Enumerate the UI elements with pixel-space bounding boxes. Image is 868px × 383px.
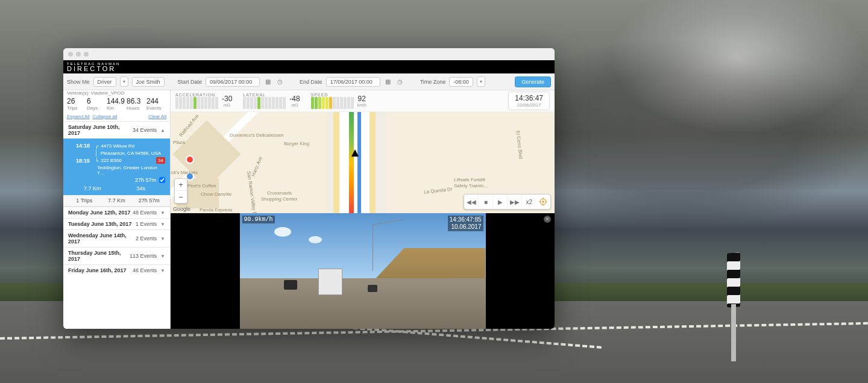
dashcam-panel: 90.9km/h 14:36:47:85 10.06.2017 ✕ bbox=[171, 213, 555, 329]
trip-header[interactable]: Tuesday June 13th, 20171 Events▼ bbox=[63, 218, 170, 229]
trip-duration: 27h 57m bbox=[135, 177, 156, 183]
clock-icon[interactable]: ◷ bbox=[396, 78, 404, 86]
generate-button[interactable]: Generate bbox=[515, 76, 551, 87]
gauge-speed: SPEED 92km/h bbox=[311, 93, 366, 109]
road-post bbox=[726, 253, 741, 361]
trip-header[interactable]: Monday June 12th, 201748 Events▼ bbox=[63, 207, 170, 218]
timezone-label: Time Zone bbox=[420, 79, 446, 85]
driver-caret[interactable]: ▾ bbox=[120, 76, 128, 87]
driver-name-select[interactable]: Joe Smith bbox=[132, 77, 165, 87]
subfoot-dur: 27h 57m bbox=[133, 198, 165, 204]
playback-speed[interactable]: x2 bbox=[522, 199, 536, 205]
show-me-label: Show Me bbox=[67, 79, 90, 85]
playback-clock: 14:36:47 10/06/2017 bbox=[508, 92, 550, 110]
gauge-lateral: LATERAL -48mG bbox=[243, 93, 300, 109]
subfoot-trips: 1 Trips bbox=[68, 198, 101, 204]
filter-bar: Show Me Driver ▾ Joe Smith Start Date 09… bbox=[63, 73, 555, 90]
event-marker-icon[interactable] bbox=[186, 155, 194, 164]
trip-header[interactable]: Wednesday June 14th, 20172 Events▼ bbox=[63, 229, 170, 247]
rewind-button[interactable]: ◀◀ bbox=[464, 195, 479, 209]
zoom-out-button[interactable]: − bbox=[175, 191, 187, 203]
map-poi-label: Liftsafe Forklift bbox=[454, 177, 485, 182]
brand-bar: TELETRAC NAVMAN DIRECTOR bbox=[63, 60, 555, 73]
start-date-label: Start Date bbox=[178, 79, 203, 85]
recenter-button[interactable] bbox=[536, 195, 550, 209]
brand-bottom: DIRECTOR bbox=[67, 66, 555, 72]
driver-select[interactable]: Driver bbox=[93, 77, 116, 87]
clock-date: 10/06/2017 bbox=[515, 102, 543, 108]
clock-icon[interactable]: ◷ bbox=[275, 78, 284, 86]
chevron-down-icon: ▼ bbox=[160, 254, 165, 259]
map-view[interactable]: Plaza rdi's Markets Peet's Coffee Chow D… bbox=[171, 112, 555, 213]
gauge-strip: ACCELERATION -30mG LATERAL -48mG SPEED bbox=[171, 90, 555, 112]
end-date-input[interactable]: 17/06/2017 00:00 bbox=[326, 77, 380, 87]
playback-controls: ◀◀ ■ ▶ ▶▶ x2 bbox=[464, 194, 551, 210]
trip-subfooter: 1 Trips 7.7 Km 27h 57m bbox=[63, 195, 170, 207]
chevron-down-icon: ▼ bbox=[160, 268, 165, 273]
video-speed-overlay: 90.9km/h bbox=[242, 216, 275, 223]
window-minimize-button[interactable] bbox=[76, 52, 81, 57]
trip-end-time: 18:15 bbox=[68, 158, 90, 164]
map-poi-label: Crossroads bbox=[267, 190, 292, 196]
trip-start-time: 14:18 bbox=[68, 143, 90, 149]
map-poi-label: Plaza bbox=[173, 140, 185, 145]
timezone-caret[interactable]: ▾ bbox=[477, 76, 485, 87]
fast-forward-button[interactable]: ▶▶ bbox=[508, 195, 522, 209]
stat-hours-value: 86.3 bbox=[127, 97, 146, 105]
calendar-icon[interactable]: ▦ bbox=[384, 78, 392, 86]
accel-value: -30 bbox=[222, 95, 232, 103]
window-maximize-button[interactable] bbox=[84, 52, 89, 57]
end-date-label: End Date bbox=[300, 79, 322, 85]
chevron-down-icon: ▼ bbox=[160, 236, 165, 241]
collapse-all-link[interactable]: Collapse all bbox=[92, 114, 117, 119]
vehicle-marker-icon bbox=[351, 149, 359, 157]
vehicle-ahead bbox=[284, 280, 297, 290]
trip-count: 34 Events bbox=[133, 127, 157, 133]
start-date-input[interactable]: 09/06/2017 00:00 bbox=[206, 77, 260, 87]
close-video-button[interactable]: ✕ bbox=[544, 216, 551, 223]
vehicle-line: Vehicle(s): Vladimir_VPOD bbox=[63, 90, 170, 96]
video-timestamp-overlay: 14:36:47:85 10.06.2017 bbox=[448, 216, 483, 231]
trip-idle: 34s bbox=[117, 185, 166, 192]
mac-titlebar bbox=[63, 48, 555, 60]
map-poi-label: Shopping Center bbox=[261, 196, 297, 202]
stat-hours-label: Hours bbox=[127, 105, 146, 111]
dashcam-video[interactable]: 90.9km/h 14:36:47:85 10.06.2017 bbox=[240, 213, 486, 329]
stat-days-value: 6 bbox=[87, 97, 107, 105]
chevron-up-icon: ▲ bbox=[160, 128, 165, 133]
timezone-select[interactable]: -08:00 bbox=[449, 77, 473, 87]
gauge-acceleration: ACCELERATION -30mG bbox=[175, 93, 232, 109]
stat-km-label: Km bbox=[107, 105, 127, 111]
map-poi-label: Chow Danville bbox=[201, 192, 231, 197]
stat-km-value: 144.9 bbox=[107, 97, 127, 105]
trip-start-addr: 4473 Willow Rd bbox=[101, 143, 165, 149]
zoom-in-button[interactable]: + bbox=[175, 179, 187, 191]
trip-km: 7.7 Km bbox=[68, 185, 117, 192]
trip-header[interactable]: Friday June 16th, 201746 Events▼ bbox=[63, 264, 170, 276]
trip-details[interactable]: 14:18┌4473 Willow Rd │Pleasanton, CA 945… bbox=[63, 139, 170, 195]
stat-days-label: Days bbox=[87, 105, 107, 111]
sidebar: Vehicle(s): Vladimir_VPOD 26Trips 6Days … bbox=[63, 90, 171, 329]
trip-start-addr2: Pleasanton, CA 94588, USA bbox=[101, 151, 165, 156]
window-close-button[interactable] bbox=[68, 52, 73, 57]
stat-events-label: Events bbox=[146, 105, 166, 111]
map-zoom-control: + − bbox=[174, 178, 187, 204]
clear-all-link[interactable]: Clear All bbox=[148, 114, 166, 119]
stat-events-value: 244 bbox=[146, 97, 166, 105]
events-badge: 34 bbox=[156, 157, 165, 164]
trip-checkbox[interactable] bbox=[159, 177, 165, 183]
subfoot-km: 7.7 Km bbox=[101, 198, 133, 204]
trip-header-expanded[interactable]: Saturday June 10th, 2017 34 Events ▲ bbox=[63, 121, 170, 139]
calendar-icon[interactable]: ▦ bbox=[263, 78, 272, 86]
svg-point-1 bbox=[542, 201, 544, 202]
trip-header[interactable]: Thursday June 15th, 2017113 Events▼ bbox=[63, 247, 170, 264]
play-button[interactable]: ▶ bbox=[493, 195, 508, 209]
map-poi-label: Burger King bbox=[284, 141, 309, 146]
vehicle-ahead bbox=[368, 285, 377, 292]
main-panel: ACCELERATION -30mG LATERAL -48mG SPEED bbox=[171, 90, 555, 329]
app-window: TELETRAC NAVMAN DIRECTOR Show Me Driver … bbox=[63, 48, 555, 329]
map-poi-label: Panda Express bbox=[200, 207, 232, 213]
expand-all-link[interactable]: Expand All bbox=[67, 114, 90, 119]
stop-button[interactable]: ■ bbox=[479, 195, 493, 209]
map-poi-label: rdi's Markets bbox=[171, 170, 198, 175]
